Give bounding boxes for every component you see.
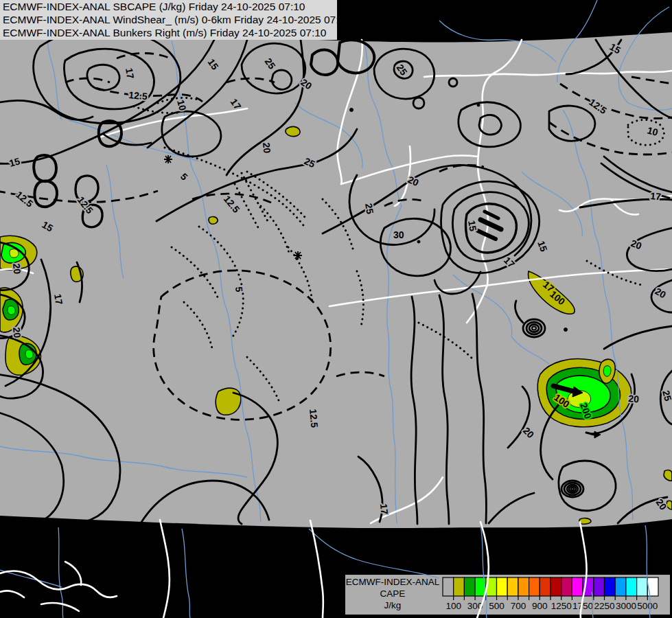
legend-swatch	[518, 577, 529, 596]
contour-label: 17	[650, 190, 662, 202]
legend-tick-label: 500	[489, 601, 505, 611]
contour-label: 15	[466, 220, 478, 232]
contour-label: 17	[378, 503, 390, 515]
legend-tick-label: 700	[511, 601, 526, 611]
legend-swatch	[626, 577, 637, 596]
contour-label: 25	[363, 203, 375, 215]
legend-tick-label: 100	[445, 601, 461, 611]
weather-map-screenshot: ECMWF-INDEX-ANAL CAPE J/kg 1003005007009…	[0, 0, 672, 618]
point-marker	[564, 328, 568, 332]
legend-tick-label: 5000	[637, 601, 658, 611]
map-title-line-3: ECMWF-INDEX-ANAL Bunkers Right (m/s) Fri…	[3, 27, 327, 38]
legend-swatch	[540, 577, 551, 596]
point-marker	[417, 240, 420, 243]
point-marker	[477, 104, 480, 106]
legend-tick-label: 1250	[551, 601, 572, 611]
legend-swatch	[561, 577, 572, 596]
legend-swatch	[443, 577, 454, 596]
contour-label: 30	[393, 229, 404, 240]
contour-label: 20	[11, 327, 23, 339]
title-box: ECMWF-INDEX-ANAL SBCAPE (J/kg) Friday 24…	[0, 0, 351, 40]
storm-marker-icon	[164, 155, 172, 163]
legend-swatch	[464, 577, 475, 596]
legend-swatch	[507, 577, 518, 596]
point-marker	[350, 108, 354, 112]
legend-swatch	[572, 577, 583, 596]
map-title-line-1: ECMWF-INDEX-ANAL SBCAPE (J/kg) Friday 24…	[3, 1, 305, 12]
legend-swatch	[594, 577, 605, 596]
contour-label: 20	[261, 142, 273, 154]
contour-label: 17	[52, 293, 65, 306]
legend-swatch	[637, 577, 648, 596]
legend-title-line: J/kg	[384, 600, 402, 610]
legend-tick-label: 3000	[616, 601, 636, 611]
legend-swatch	[454, 577, 465, 596]
contour-label: 20	[628, 393, 640, 404]
contour-label: 17	[124, 67, 136, 80]
contour-label: 20	[11, 263, 23, 275]
contour-label: 12.5	[128, 89, 148, 102]
storm-marker-icon	[294, 251, 302, 260]
legend-swatch	[551, 577, 561, 596]
legend-tick-label: 900	[532, 601, 548, 611]
legend-title-line: CAPE	[380, 588, 406, 599]
contour-label: 5	[233, 286, 245, 293]
legend-swatch	[605, 577, 616, 596]
legend-swatch	[615, 577, 626, 596]
legend-swatch	[529, 577, 540, 596]
contour-label: 12.5	[308, 409, 320, 428]
legend-tick-label: 2250	[594, 601, 614, 611]
legend-swatch	[497, 577, 508, 596]
legend-colorbar: 10030050070090012501750225030005000	[443, 577, 658, 611]
weather-map-svg: ECMWF-INDEX-ANAL CAPE J/kg 1003005007009…	[0, 0, 672, 618]
map-title-line-2: ECMWF-INDEX-ANAL WindShear_ (m/s) 0-6km …	[3, 14, 351, 25]
legend: ECMWF-INDEX-ANAL CAPE J/kg 1003005007009…	[345, 575, 670, 615]
legend-title-line: ECMWF-INDEX-ANAL	[346, 577, 440, 587]
